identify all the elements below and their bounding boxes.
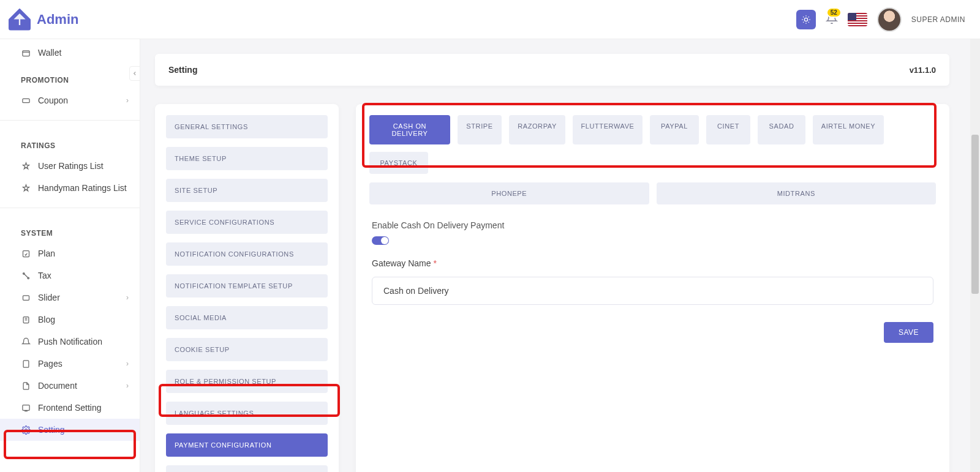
- sidebar-item-document[interactable]: Document ›: [0, 375, 140, 397]
- tab-paypal[interactable]: PayPal: [650, 115, 699, 144]
- window-scrollbar[interactable]: [970, 0, 980, 472]
- save-button[interactable]: SAVE: [884, 322, 933, 343]
- sidebar-item-push[interactable]: Push Notification: [0, 331, 140, 353]
- settings-item-role-permission-setup[interactable]: Role & Permission Setup: [166, 370, 328, 393]
- sidebar-item-label: Blog: [38, 315, 55, 324]
- chevron-right-icon: ›: [126, 381, 129, 390]
- tab-razorpay[interactable]: Razorpay: [509, 115, 565, 144]
- sidebar-item-handyman-ratings[interactable]: Handyman Ratings List: [0, 177, 140, 199]
- gateway-name-label: Gateway Name *: [372, 258, 933, 268]
- enable-payment-label: Enable Cash On Delivery Payment: [372, 220, 933, 230]
- tab-cash-on-delivery[interactable]: Cash On Delivery: [369, 115, 450, 144]
- main-content: Setting v11.1.0 General SettingsTheme Se…: [140, 39, 964, 472]
- sidebar-section-ratings: RATINGS: [0, 129, 140, 155]
- tab-sadad[interactable]: Sadad: [758, 115, 805, 144]
- tab-midtrans[interactable]: Midtrans: [657, 182, 937, 204]
- coupon-icon: [21, 96, 31, 105]
- sidebar-item-setting[interactable]: Setting: [0, 419, 140, 441]
- app-header: Admin 52 SUPER ADMIN: [0, 0, 980, 39]
- svg-rect-9: [22, 99, 29, 102]
- sidebar-item-label: Wallet: [38, 48, 61, 58]
- settings-item-notification-template-setup[interactable]: Notification Template Setup: [166, 274, 328, 298]
- sidebar-item-label: Pages: [38, 359, 62, 369]
- tab-flutterwave[interactable]: Flutterwave: [573, 115, 643, 144]
- brand[interactable]: Admin: [9, 9, 78, 31]
- svg-rect-13: [23, 360, 29, 367]
- settings-item-social-media[interactable]: Social Media: [166, 306, 328, 329]
- wallet-icon: [21, 48, 31, 58]
- chevron-right-icon: ›: [126, 96, 129, 105]
- tab-paystack[interactable]: Paystack: [369, 152, 428, 174]
- settings-sidebar: General SettingsTheme SetupSite SetupSer…: [155, 104, 339, 472]
- header-actions: 52 SUPER ADMIN: [796, 7, 965, 32]
- svg-rect-7: [848, 13, 856, 20]
- tab-cinet[interactable]: Cinet: [706, 115, 750, 144]
- sidebar-item-label: Setting: [38, 425, 65, 435]
- chevron-left-icon: [132, 70, 138, 77]
- tab-phonepe[interactable]: PhonePe: [369, 182, 649, 204]
- settings-item-payment-configuration[interactable]: Payment Configuration: [166, 433, 328, 457]
- theme-toggle-button[interactable]: [796, 10, 816, 29]
- user-avatar[interactable]: [877, 7, 902, 32]
- sidebar-item-pages[interactable]: Pages ›: [0, 353, 140, 375]
- sidebar-item-tax[interactable]: Tax: [0, 264, 140, 287]
- sidebar-item-label: User Ratings List: [38, 161, 104, 171]
- app-version: v11.1.0: [910, 66, 936, 75]
- gear-icon: [21, 425, 31, 435]
- settings-item-site-setup[interactable]: Site Setup: [166, 179, 328, 202]
- sidebar-item-label: Coupon: [38, 96, 68, 105]
- sidebar-item-frontend[interactable]: Frontend Setting: [0, 397, 140, 419]
- required-indicator: *: [433, 258, 436, 268]
- user-role-label: SUPER ADMIN: [911, 15, 965, 24]
- sidebar-item-label: Push Notification: [38, 337, 102, 347]
- payment-form: Enable Cash On Delivery Payment Gateway …: [369, 215, 936, 343]
- divider: [0, 120, 140, 121]
- svg-rect-14: [22, 405, 29, 410]
- frontend-icon: [21, 403, 31, 413]
- settings-item-service-configurations[interactable]: Service Configurations: [166, 211, 328, 234]
- svg-rect-10: [23, 250, 29, 257]
- language-flag[interactable]: [848, 13, 867, 26]
- settings-item-cookie-setup[interactable]: Cookie Setup: [166, 338, 328, 361]
- page-title: Setting: [168, 65, 197, 75]
- sun-icon: [801, 15, 811, 24]
- tab-airtel-money[interactable]: Airtel Money: [813, 115, 884, 144]
- chevron-right-icon: ›: [126, 359, 129, 368]
- chevron-right-icon: ›: [126, 293, 129, 302]
- tabs-row: Cash On DeliveryStripeRazorpayFlutterwav…: [369, 115, 936, 174]
- sidebar-collapse-button[interactable]: [129, 66, 140, 81]
- enable-payment-toggle[interactable]: [372, 236, 389, 245]
- brand-name: Admin: [37, 12, 78, 28]
- star-icon: [21, 183, 31, 193]
- settings-item-language-settings[interactable]: Language Settings: [166, 402, 328, 425]
- gateway-name-input[interactable]: [372, 277, 933, 305]
- settings-item-mail-settings[interactable]: Mail Settings: [166, 465, 328, 472]
- svg-rect-5: [848, 21, 867, 23]
- sidebar-item-wallet[interactable]: Wallet: [0, 42, 140, 64]
- svg-rect-6: [848, 24, 867, 25]
- sidebar-item-user-ratings[interactable]: User Ratings List: [0, 155, 140, 177]
- sidebar-item-label: Slider: [38, 293, 60, 302]
- sidebar-item-slider[interactable]: Slider ›: [0, 287, 140, 309]
- sidebar: Wallet PROMOTION Coupon › RATINGS User R…: [0, 39, 140, 472]
- sidebar-item-coupon[interactable]: Coupon ›: [0, 89, 140, 111]
- settings-item-theme-setup[interactable]: Theme Setup: [166, 147, 328, 170]
- tab-stripe[interactable]: Stripe: [458, 115, 502, 144]
- svg-point-0: [804, 18, 807, 21]
- usa-flag-icon: [848, 13, 867, 26]
- slider-icon: [21, 293, 31, 302]
- tax-icon: [21, 271, 31, 280]
- notification-button[interactable]: 52: [826, 12, 838, 26]
- brand-logo-icon: [9, 9, 31, 31]
- settings-item-notification-configurations[interactable]: Notification Configurations: [166, 242, 328, 266]
- bell-icon: [21, 337, 31, 347]
- svg-rect-11: [23, 295, 29, 300]
- blog-icon: [21, 315, 31, 324]
- settings-item-general-settings[interactable]: General Settings: [166, 115, 328, 138]
- document-icon: [21, 381, 31, 391]
- sidebar-item-blog[interactable]: Blog: [0, 309, 140, 331]
- notification-badge: 52: [826, 7, 842, 18]
- settings-content: Cash On DeliveryStripeRazorpayFlutterwav…: [356, 104, 949, 472]
- sidebar-item-plan[interactable]: Plan: [0, 242, 140, 264]
- sidebar-section-promotion: PROMOTION: [0, 64, 140, 89]
